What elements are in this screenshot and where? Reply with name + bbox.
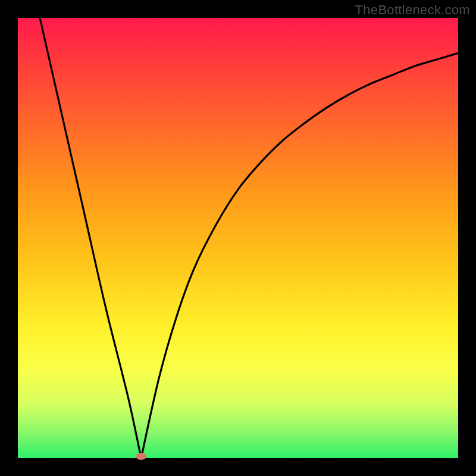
min-marker: [136, 453, 146, 460]
bottleneck-curve: [40, 18, 458, 467]
plot-area: [18, 18, 458, 458]
chart-frame: TheBottleneck.com: [0, 0, 476, 476]
curve-layer: [18, 18, 458, 458]
watermark-text: TheBottleneck.com: [355, 2, 470, 18]
